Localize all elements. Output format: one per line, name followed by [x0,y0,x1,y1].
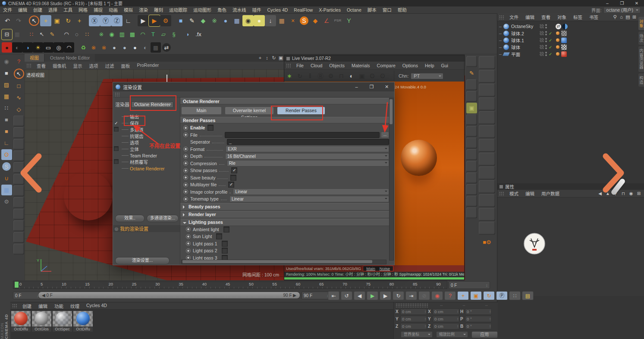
keyframe-parameter-icon[interactable]: Ⓟ [496,291,508,300]
nav-checkbox[interactable] [113,121,119,126]
sweep-icon[interactable]: § [169,29,179,40]
seperator-input[interactable]: _ [227,139,389,145]
rotation-input[interactable]: 0 °↕ [465,323,492,330]
menu-item[interactable]: 创建 [30,6,45,13]
material-tag-icon[interactable] [561,51,567,57]
coordinate-system-icon[interactable]: ∟ [123,15,134,26]
nav-checkbox[interactable] [113,127,119,132]
octane-texture-environment-icon[interactable]: ▩ [151,42,161,53]
tool-icon[interactable] [479,84,495,97]
live-select-icon[interactable]: ↖ [14,69,24,79]
attributes-menu-item[interactable]: 用户数据 [538,190,563,197]
tool-icon[interactable] [479,208,495,221]
home-icon[interactable]: ⌂ [618,14,625,20]
viewport-tab[interactable]: Octane Node Editor [45,54,95,62]
octane-arealight-icon[interactable]: ▭ [43,42,53,53]
tool-icon[interactable] [13,244,24,254]
octane-daylight-icon[interactable]: ◑ [22,42,33,53]
edge-select-icon[interactable]: ↖ [37,29,47,40]
pan-view-icon[interactable]: + [257,54,264,61]
anim-dot-icon[interactable] [186,234,191,239]
color-profile-dropdown[interactable]: Linear [233,188,389,195]
panel-grip[interactable] [286,63,291,68]
material-item[interactable]: OctSpec [53,311,72,332]
live-viewer-menu-item[interactable]: Objects [326,63,348,68]
render-view-icon[interactable]: ▶ [138,15,149,26]
polygons-mode-icon[interactable]: ■ [1,126,12,137]
dock-side-tab[interactable]: 场次 [638,31,644,45]
brush-points-icon[interactable]: ✎ [47,29,57,40]
beauty-passes-group[interactable]: Beauty passes [180,203,389,210]
anim-dot-icon[interactable] [186,227,191,232]
keyframe-pla-icon[interactable]: ∷ [509,291,521,300]
tool-icon[interactable] [466,138,477,148]
material-item[interactable]: OctDiffu [11,311,31,332]
add-panel-icon[interactable]: ⊞ [631,14,638,20]
render-preset-item[interactable]: ◎ 我的渲染设置 [113,225,180,232]
z-axis-lock-icon[interactable]: Ⓩ [111,15,123,26]
tool-icon[interactable] [479,166,495,179]
anim-dot-icon[interactable] [183,126,188,130]
maximize-view-icon[interactable]: ▣ [277,54,284,61]
viewport-menu-item[interactable]: 显示 [70,63,86,69]
anim-dot-icon[interactable] [183,189,188,194]
group-icon[interactable]: ▦ [12,29,22,40]
attributes-menu-item[interactable]: 编辑 [522,190,538,197]
toolbar-icon[interactable] [134,15,138,26]
tool-icon[interactable] [466,79,477,90]
tool-icon[interactable] [466,196,477,207]
menu-item[interactable]: 动画 [106,6,121,13]
panel-grip[interactable] [12,304,17,308]
render-ball-icon[interactable]: ◐ [346,71,357,81]
material-menu-item[interactable]: 纹理 [67,303,83,309]
octane-mix-material-icon[interactable]: ◐ [140,42,151,53]
menu-item[interactable]: 渲染 [136,6,151,13]
material-menu-item[interactable]: Cycles 4D [83,303,110,309]
anim-dot-icon[interactable] [183,175,188,180]
panel-grip[interactable] [499,191,504,196]
x-axis-lock-icon[interactable]: Ⓧ [89,15,100,26]
visibility-toggle[interactable] [540,31,544,35]
voxel-icon[interactable]: ▩ [127,29,138,40]
workplane-mode-icon[interactable]: ▦ [1,91,12,102]
text-tool-icon[interactable]: T [148,29,158,40]
camera-icon[interactable]: ◉ [242,15,254,26]
maximize-button[interactable]: ❐ [615,0,629,6]
live-viewer-menu-item[interactable]: Options [399,63,421,68]
current-frame-field[interactable]: 0 F↕ [449,281,490,289]
material-tag-icon[interactable] [561,44,567,50]
octane-objects-icon[interactable]: ♻ [78,42,88,53]
film-region-icon[interactable]: ▣ [357,71,367,81]
simulation-mode-icon[interactable]: S [2,162,11,171]
object-row-plane[interactable]: – 平面 ✓ [497,50,644,57]
polygon-select-icon[interactable]: ◇ [13,104,24,115]
material-picker-icon[interactable]: ʘ [377,71,388,81]
menu-item[interactable]: X-Particles [316,6,344,13]
tool-icon[interactable] [479,139,495,152]
live-viewer-menu-item[interactable]: Gui [438,63,452,68]
depth-dropdown[interactable]: 16 Bit/Channel [225,153,389,160]
material-item[interactable]: OctDiffu [73,311,93,332]
size-input[interactable]: 0 cm↕ [433,316,459,322]
rotate-tool-icon[interactable]: ↻ [63,15,74,26]
workplane-cube-icon[interactable]: ■⚙ [479,235,495,248]
timeline-ruler[interactable]: 051015202530354045505560657075808590 [13,281,447,289]
focus-picker-icon[interactable]: ʘ [367,71,377,81]
pen-spline-icon[interactable]: ✎ [186,15,198,26]
tool-icon[interactable] [13,197,24,208]
object-manager-menu-item[interactable]: 书签 [586,14,602,20]
octane-scatter2-icon[interactable]: ※ [99,42,109,53]
anim-dot-icon[interactable] [183,182,188,187]
goto-start-icon[interactable]: ⇤ [328,291,339,300]
menu-item[interactable]: 文件 [0,6,15,13]
phong-tag-icon[interactable] [556,52,559,56]
enable-checkbox[interactable] [207,125,214,131]
tracer-icon[interactable]: ◠ [138,29,148,40]
dialog-close-button[interactable]: ✕ [379,84,394,90]
visibility-toggle[interactable] [540,45,544,49]
renderer-dropdown[interactable]: Octane Renderer [131,101,173,108]
sphere-object[interactable] [64,172,113,220]
material-thumbnail[interactable] [11,311,31,326]
move-tool-icon[interactable]: + [40,15,51,26]
toolbar-icon[interactable] [57,29,61,40]
